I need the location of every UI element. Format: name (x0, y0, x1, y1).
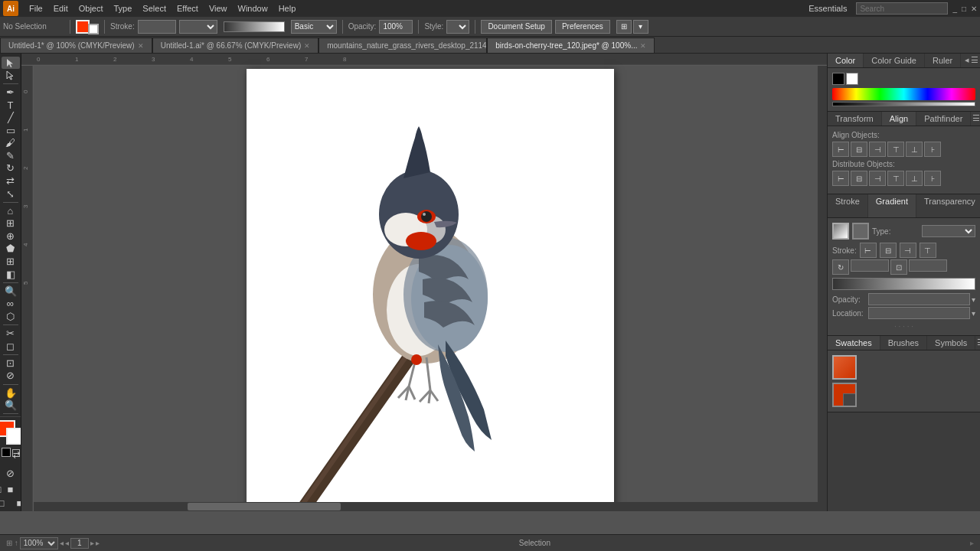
menu-edit[interactable]: Edit (49, 2, 73, 15)
grad-btn-5[interactable]: ↻ (832, 259, 849, 275)
tab-pathfinder[interactable]: Pathfinder (916, 112, 971, 126)
stroke-btn-2[interactable]: ⊟ (880, 243, 897, 258)
tab-0-close[interactable]: ✕ (138, 42, 144, 50)
stroke-btn-1[interactable]: ⊢ (860, 243, 877, 258)
brush-select[interactable]: Basic (291, 20, 337, 34)
window-maximize[interactable]: □ (962, 5, 966, 13)
page-input[interactable] (70, 538, 89, 549)
tool-shape-builder[interactable]: ⊕ (2, 230, 20, 243)
tab-ruler[interactable]: Ruler (925, 54, 961, 67)
background-color[interactable] (6, 428, 22, 445)
stroke-btn-3[interactable]: ⊣ (900, 243, 916, 258)
tab-transform[interactable]: Transform (828, 112, 882, 126)
tool-scale[interactable]: ⤡ (2, 187, 20, 200)
tab-stroke-g[interactable]: Stroke (828, 194, 868, 217)
color-spectrum[interactable] (832, 88, 975, 100)
dist-bottom[interactable]: ⊦ (924, 171, 941, 186)
tool-eraser[interactable]: ◻ (2, 340, 20, 352)
tab-color-guide[interactable]: Color Guide (864, 54, 925, 67)
align-bottom[interactable]: ⊦ (924, 142, 941, 157)
default-colors-icon[interactable] (2, 448, 11, 457)
gradient-type-select[interactable] (922, 225, 975, 237)
main-swatch-2[interactable] (832, 383, 857, 407)
arrange-btn-1[interactable]: ⊞ (616, 20, 632, 34)
preferences-button[interactable]: Preferences (555, 20, 610, 34)
tool-artboard[interactable]: ⊡ (2, 357, 20, 370)
dist-top[interactable]: ⊤ (887, 171, 904, 186)
panel-collapse[interactable]: ◂ (965, 55, 969, 66)
tool-direct-selection[interactable] (2, 70, 20, 82)
menu-file[interactable]: File (24, 2, 47, 15)
align-right[interactable]: ⊣ (869, 142, 886, 157)
align-center-h[interactable]: ⊟ (851, 142, 867, 157)
menu-effect[interactable]: Effect (172, 2, 203, 15)
opacity-input[interactable] (379, 20, 413, 34)
tool-gradient[interactable]: ◧ (2, 268, 20, 280)
gradient-bar[interactable] (832, 278, 975, 290)
dist-center-v[interactable]: ⊥ (906, 171, 923, 186)
scrollbar-horizontal[interactable] (34, 502, 827, 511)
tab-swatches[interactable]: Swatches (828, 336, 880, 350)
scroll-thumb-h[interactable] (188, 503, 341, 510)
tool-blend[interactable]: ∞ (2, 298, 20, 310)
tool-paintbrush[interactable]: 🖌 (2, 137, 20, 149)
screen-full-btn[interactable]: ■ (11, 497, 22, 508)
screen-normal-btn[interactable]: □ (0, 497, 10, 508)
menu-type[interactable]: Type (109, 2, 137, 15)
align-top[interactable]: ⊤ (887, 142, 904, 157)
black-swatch[interactable] (832, 73, 844, 85)
tab-3[interactable]: birds-on-cherry-tree_120.jpeg* @ 100%...… (487, 37, 655, 53)
tool-pencil[interactable]: ✎ (2, 150, 20, 162)
tool-zoom[interactable]: 🔍 (2, 399, 20, 412)
align-center-v[interactable]: ⊥ (906, 142, 923, 157)
tool-mesh[interactable]: ⊞ (2, 256, 20, 268)
grad-angle-input[interactable] (851, 259, 889, 272)
tool-scissors[interactable]: ✂ (2, 328, 20, 340)
opacity-dropdown[interactable]: ▾ (972, 295, 975, 304)
tool-rect[interactable]: ▭ (2, 124, 20, 136)
tool-eyedropper[interactable]: 🔍 (2, 285, 20, 297)
dist-left[interactable]: ⊢ (832, 171, 849, 186)
dist-center-h[interactable]: ⊟ (851, 171, 867, 186)
right-arrow[interactable]: ▸ (970, 539, 974, 547)
stroke-btn-4[interactable]: ⊤ (920, 243, 936, 258)
zoom-select[interactable]: 100% (20, 537, 58, 549)
menu-select[interactable]: Select (138, 2, 171, 15)
fill-none-btn[interactable]: ⊘ (2, 464, 20, 482)
tab-symbols[interactable]: Symbols (927, 336, 975, 350)
gray-spectrum[interactable] (832, 102, 975, 106)
nav-arrow-2[interactable]: ◂ (65, 539, 69, 547)
stroke-preview-box[interactable] (852, 223, 869, 240)
search-input[interactable] (856, 2, 948, 15)
tool-selection[interactable] (2, 57, 20, 69)
scrollbar-vertical[interactable] (818, 66, 827, 502)
menu-window[interactable]: Window (234, 2, 273, 15)
white-swatch[interactable] (846, 73, 858, 85)
dist-right[interactable]: ⊣ (869, 171, 886, 186)
menu-object[interactable]: Object (74, 2, 108, 15)
document-setup-button[interactable]: Document Setup (481, 20, 552, 34)
tool-slice[interactable]: ⊘ (2, 370, 20, 382)
panel-menu[interactable]: ☰ (971, 55, 978, 66)
tab-transparency[interactable]: Transparency (916, 194, 980, 217)
window-minimize[interactable]: _ (952, 5, 957, 13)
tool-hand[interactable]: ✋ (2, 386, 20, 399)
style-select[interactable] (446, 20, 469, 34)
tool-perspective[interactable]: ⬟ (2, 243, 20, 255)
arrange-btn-2[interactable]: ▾ (633, 20, 648, 34)
behind-mode-btn[interactable]: ■ (5, 484, 16, 494)
opacity-g-input[interactable] (868, 293, 970, 305)
tool-live-paint[interactable]: ⬡ (2, 311, 20, 323)
tab-color[interactable]: Color (828, 54, 864, 67)
tab-align[interactable]: Align (882, 112, 916, 126)
tool-pen[interactable]: ✒ (2, 86, 20, 99)
tool-rotate[interactable]: ↻ (2, 162, 20, 174)
swatches-list-view[interactable]: ☰ (977, 337, 980, 348)
tool-mirror[interactable]: ⇄ (2, 175, 20, 187)
swap-colors-icon[interactable]: ⇄ (12, 449, 20, 457)
location-g-input[interactable] (868, 307, 970, 319)
tab-3-close[interactable]: ✕ (640, 42, 646, 50)
menu-view[interactable]: View (204, 2, 232, 15)
menu-help[interactable]: Help (274, 2, 301, 15)
align-left[interactable]: ⊢ (832, 142, 849, 157)
